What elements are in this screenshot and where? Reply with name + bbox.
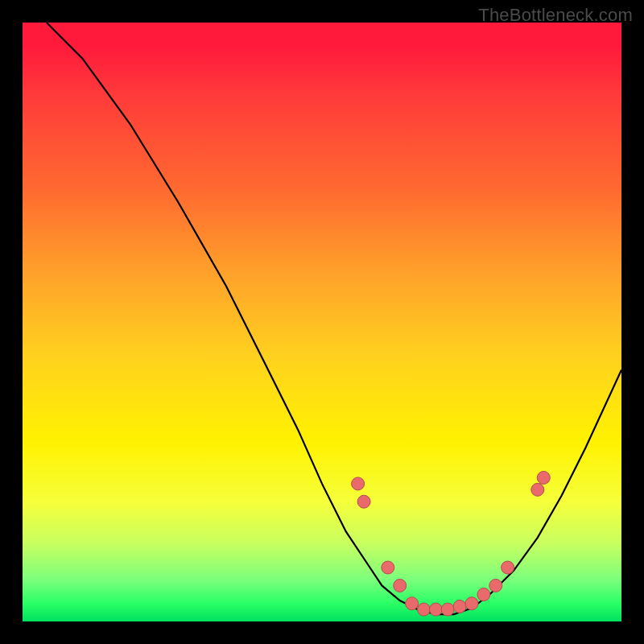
- data-dot: [357, 495, 370, 508]
- curve-svg: [23, 23, 621, 621]
- data-dot: [429, 603, 442, 616]
- data-dot: [502, 561, 514, 574]
- data-dot: [453, 600, 466, 613]
- chart-frame: TheBottleneck.com: [0, 0, 644, 644]
- data-dots: [352, 471, 551, 616]
- bottleneck-curve: [47, 23, 621, 614]
- watermark-text: TheBottleneck.com: [478, 5, 633, 26]
- data-dot: [382, 561, 394, 574]
- plot-area: [23, 23, 621, 621]
- data-dot: [418, 603, 431, 616]
- data-dot: [537, 471, 550, 484]
- data-dot: [465, 597, 478, 610]
- data-dot: [489, 579, 502, 592]
- data-dot: [477, 588, 490, 601]
- data-dot: [531, 483, 544, 496]
- data-dot: [394, 579, 407, 592]
- data-dot: [406, 597, 419, 610]
- data-dot: [352, 477, 365, 490]
- data-dot: [441, 603, 454, 616]
